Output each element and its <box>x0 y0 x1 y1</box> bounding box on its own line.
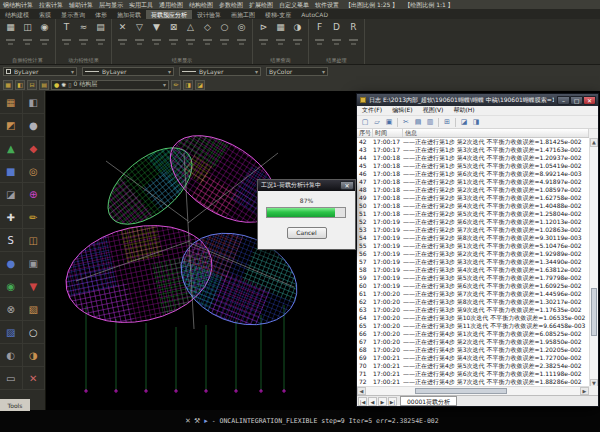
solid-box-icon[interactable]: ◧ <box>23 91 46 114</box>
sheet-nav-icon[interactable]: ◀ <box>368 397 377 406</box>
new-file-icon[interactable]: ▢ <box>360 117 370 127</box>
node-force-icon[interactable]: ✕ <box>115 21 130 49</box>
property-dropdown[interactable]: ByLayer▾ <box>3 67 77 76</box>
horizontal-scroll-thumb[interactable] <box>415 388 507 394</box>
menu-item[interactable]: 层与显示 <box>96 0 126 9</box>
ribbon-tab[interactable]: 楼梯-支座 <box>260 10 296 19</box>
log-row[interactable]: 4417:00:18——正在进行第1步 第4次迭代 不平衡力收敛误差=1.209… <box>357 154 589 162</box>
cross-icon[interactable]: ✚ <box>0 206 23 229</box>
log-row[interactable]: 5017:00:18——正在进行第2步 第4次迭代 不平衡力收敛误差=1.404… <box>357 202 589 210</box>
half2-icon[interactable]: ◑ <box>23 344 46 367</box>
reaction-icon[interactable]: △ <box>183 21 198 49</box>
half-icon[interactable]: ◐ <box>0 344 23 367</box>
ribbon-tab[interactable]: 施加荷载 <box>112 10 146 19</box>
menu-item[interactable]: 辅助计算 <box>66 0 96 9</box>
menu-item[interactable]: 【出图比例 1:25 】 <box>342 0 401 9</box>
surface-icon[interactable]: ◩ <box>0 114 23 137</box>
layer-states-icon[interactable]: ◧ <box>15 80 25 90</box>
moment-icon[interactable]: ○ <box>217 21 232 49</box>
ribbon-tab[interactable]: 结构建模 <box>0 10 34 19</box>
deform-icon[interactable]: ▽ <box>132 21 147 49</box>
command-line-text[interactable]: - ONCALINTEGRATION_FLEXIBLE step=9 Iter=… <box>212 417 439 425</box>
menu-item[interactable]: 软件设置 <box>312 0 342 9</box>
pie-icon[interactable]: ◑ <box>290 21 305 49</box>
sheet-nav-icon[interactable]: ▶| <box>388 397 397 406</box>
property-dropdown[interactable]: ByColor▾ <box>266 67 328 76</box>
mesh-box-icon[interactable]: ▦ <box>0 91 23 114</box>
panel-icon[interactable]: ◫ <box>23 229 46 252</box>
clear-log-icon[interactable]: ◪ <box>459 117 469 127</box>
log-row[interactable]: 5417:00:19——正在进行第2步 第8次迭代 不平衡力收敛误差=9.301… <box>357 234 589 242</box>
log-row[interactable]: 6917:00:21——正在进行第4步 第4次迭代 不平衡力收敛误差=1.727… <box>357 354 589 362</box>
export-log-icon[interactable]: ◨ <box>471 117 481 127</box>
rect-icon[interactable]: ▭ <box>0 367 23 390</box>
result-table-icon[interactable]: ▤ <box>93 21 108 49</box>
property-dropdown[interactable]: ByLayer▾ <box>82 67 174 76</box>
log-row[interactable]: 6717:00:20——正在进行第4步 第2次迭代 不平衡力收敛误差=1.958… <box>357 338 589 346</box>
log-row[interactable]: 5717:00:19——正在进行第3步 第3次迭代 不平衡力收敛误差=1.344… <box>357 258 589 266</box>
target-icon[interactable]: ⊕ <box>23 183 46 206</box>
erase-icon[interactable]: ✕ <box>23 367 46 390</box>
query-icon[interactable]: ⊳ <box>256 21 271 49</box>
log-row[interactable]: 6417:00:20——正在进行第3步 第10次迭代 不平衡力收敛误差=1.06… <box>357 314 589 322</box>
layer-freeze-icon[interactable]: ⊟ <box>27 80 37 90</box>
scroll-left-icon[interactable]: ◀ <box>357 387 366 395</box>
layer-previous-icon[interactable]: ◨ <box>183 80 193 90</box>
column-header[interactable]: 时间 <box>373 129 403 137</box>
hatch-icon[interactable]: ▧ <box>23 298 46 321</box>
pyramid-icon[interactable]: ▼ <box>23 275 46 298</box>
log-row[interactable]: 6117:00:20——正在进行第3步 第7次迭代 不平衡力收敛误差=1.445… <box>357 290 589 298</box>
log-menu-item[interactable]: 文件(F) <box>357 106 387 115</box>
log-row[interactable]: 6817:00:20——正在进行第4步 第3次迭代 不平衡力收敛误差=1.202… <box>357 346 589 354</box>
plate-icon[interactable]: ▣ <box>23 252 46 275</box>
cube-icon[interactable]: ■ <box>0 160 23 183</box>
sheet-nav-icon[interactable]: |◀ <box>358 397 367 406</box>
save-icon[interactable]: ▣ <box>384 117 394 127</box>
vertical-scrollbar[interactable]: ▲ ▼ <box>589 138 598 388</box>
period-text-icon[interactable]: T <box>59 21 74 49</box>
scroll-right-icon[interactable]: ▶ <box>580 387 589 395</box>
curve-icon[interactable]: ≈ <box>76 21 91 49</box>
log-row[interactable]: 6217:00:20——正在进行第3步 第8次迭代 不平衡力收敛误差=1.302… <box>357 298 589 306</box>
log-row[interactable]: 5617:00:19——正在进行第3步 第2次迭代 不平衡力收敛误差=1.929… <box>357 250 589 258</box>
node-icon[interactable]: ● <box>0 252 23 275</box>
log-row[interactable]: 4717:00:18——正在进行第2步 第1次迭代 不平衡力收敛误差=4.918… <box>357 178 589 186</box>
log-row[interactable]: 4617:00:18——正在进行第1步 第6次迭代 不平衡力收敛误差=8.992… <box>357 170 589 178</box>
mode-doc-icon[interactable]: ◫ <box>20 21 35 49</box>
sheet-tab[interactable]: 00001荷载分析 <box>400 396 457 406</box>
log-row[interactable]: 4817:00:18——正在进行第2步 第2次迭代 不平衡力收敛误差=1.085… <box>357 186 589 194</box>
print-icon[interactable]: ⊞ <box>442 117 452 127</box>
maximize-button[interactable]: ▢ <box>570 96 583 105</box>
scroll-up-icon[interactable]: ▲ <box>590 138 598 147</box>
log-row[interactable]: 5917:00:19——正在进行第3步 第5次迭代 不平衡力收敛误差=1.797… <box>357 274 589 282</box>
ribbon-tab[interactable]: 荷载预应分析 <box>146 10 192 19</box>
menu-item[interactable]: 结构绘图 <box>186 0 216 9</box>
paste-icon[interactable]: ▥ <box>425 117 435 127</box>
ribbon-tab[interactable]: 画施工图 <box>226 10 260 19</box>
command-line-bar[interactable]: ✕⚒ ▸ - ONCALINTEGRATION_FLEXIBLE step=9 … <box>0 410 600 432</box>
shear-icon[interactable]: ◎ <box>234 21 249 49</box>
log-menu-item[interactable]: 帮助(H) <box>448 106 479 115</box>
letter-r-icon[interactable]: R <box>346 21 361 49</box>
column-header[interactable]: 序号 <box>357 129 373 137</box>
log-row[interactable]: 5817:00:19——正在进行第3步 第4次迭代 不平衡力收敛误差=1.638… <box>357 266 589 274</box>
menu-item[interactable]: 通用绘图 <box>156 0 186 9</box>
layer-filter-icon[interactable]: ▤ <box>39 80 49 90</box>
menu-item[interactable]: 实用工具 <box>126 0 156 9</box>
cone-icon[interactable]: ▲ <box>0 137 23 160</box>
cut-icon[interactable]: ✂ <box>401 117 411 127</box>
property-dropdown[interactable]: ByLayer▾ <box>179 67 261 76</box>
close-command-icon[interactable]: ✕ <box>185 417 191 425</box>
menu-item[interactable]: 扩展绘图 <box>246 0 276 9</box>
menu-item[interactable]: 钢结构计算 <box>0 0 36 9</box>
menu-item[interactable]: 自定义菜单 <box>276 0 312 9</box>
log-row[interactable]: 6317:00:20——正在进行第3步 第9次迭代 不平衡力收敛误差=1.176… <box>357 306 589 314</box>
close-button[interactable]: ✕ <box>583 96 596 105</box>
copy-icon[interactable]: ▤ <box>413 117 423 127</box>
tools-command-icon[interactable]: ⚒ <box>194 417 200 425</box>
vertical-scroll-thumb[interactable] <box>591 288 597 336</box>
mode-run-icon[interactable]: ◉ <box>37 21 52 49</box>
log-row[interactable]: 5117:00:18——正在进行第2步 第5次迭代 不平衡力收敛误差=1.258… <box>357 210 589 218</box>
log-row[interactable]: 5217:00:19——正在进行第2步 第6次迭代 不平衡力收敛误差=1.120… <box>357 218 589 226</box>
spline-icon[interactable]: S <box>0 229 23 252</box>
